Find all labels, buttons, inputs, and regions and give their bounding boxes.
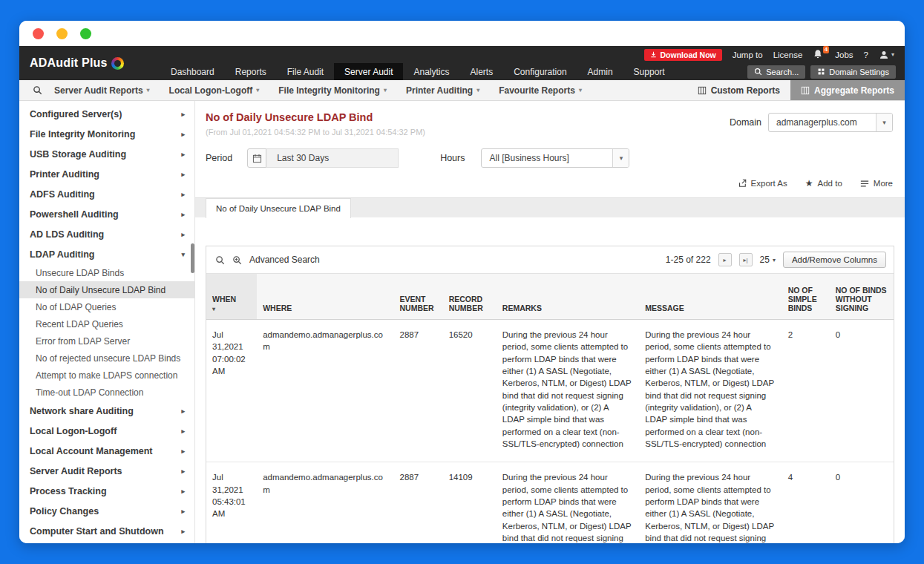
close-button[interactable]: [33, 28, 44, 39]
domain-select[interactable]: admanagerplus.com ▾: [768, 113, 893, 132]
sidebar-item-ldap-auditing[interactable]: LDAP Auditing▾: [19, 244, 194, 264]
domain-row: Domain admanagerplus.com ▾: [730, 113, 893, 132]
nav-item-dashboard[interactable]: Dashboard: [160, 63, 225, 80]
pagination-range: 1-25 of 222: [666, 255, 711, 265]
column-header-message[interactable]: MESSAGE: [639, 274, 782, 320]
sidebar-subitem-time-out-ldap-connection[interactable]: Time-out LDAP Connection: [19, 384, 194, 401]
sidebar-subitem-error-from-ldap-server[interactable]: Error from LDAP Server: [19, 332, 194, 350]
column-header-no-of-simple-binds[interactable]: NO OF SIMPLE BINDS: [782, 274, 830, 320]
sidebar-scrollbar-thumb[interactable]: [191, 243, 194, 273]
subnav-menu-favourite-reports[interactable]: Favourite Reports▾: [499, 85, 582, 96]
sidebar-item-local-account-management[interactable]: Local Account Management▸: [19, 441, 194, 461]
sidebar-item-label: Printer Auditing: [30, 169, 99, 180]
sidebar-item-network-share-auditing[interactable]: Network share Auditing▸: [19, 401, 194, 421]
sidebar-item-printer-auditing[interactable]: Printer Auditing▸: [19, 164, 194, 184]
nav-item-support[interactable]: Support: [623, 63, 675, 80]
advanced-search-link[interactable]: Advanced Search: [249, 255, 320, 265]
calendar-button[interactable]: [247, 148, 266, 168]
subnav-menu-local-logon-logoff[interactable]: Local Logon-Logoff▾: [169, 85, 260, 96]
export-as-button[interactable]: Export As: [738, 179, 787, 188]
sidebar-item-label: AD LDS Auditing: [30, 229, 104, 240]
export-icon: [738, 179, 747, 188]
column-header-record-number[interactable]: RECORD NUMBER: [443, 274, 497, 320]
nav-item-server-audit[interactable]: Server Audit: [334, 63, 403, 80]
more-button[interactable]: More: [860, 179, 893, 188]
sidebar-item-powershell-auditing[interactable]: Powershell Auditing▸: [19, 204, 194, 224]
cell-simple-binds: 4: [782, 462, 830, 543]
help-button[interactable]: ?: [864, 50, 868, 59]
aggregate-reports-button[interactable]: Aggregate Reports: [790, 80, 905, 100]
chevron-right-icon: ▸: [181, 407, 185, 415]
column-header-where[interactable]: WHERE: [257, 274, 393, 320]
domain-settings-label: Domain Settings: [829, 68, 889, 76]
column-header-event-number[interactable]: EVENT NUMBER: [394, 274, 443, 320]
subnav-menu-server-audit-reports[interactable]: Server Audit Reports▾: [54, 85, 150, 96]
column-header-when[interactable]: WHEN▾: [206, 274, 257, 320]
tab-no-of-daily-unsecure-ldap-bind[interactable]: No of Daily Unsecure LDAP Bind: [206, 198, 351, 218]
report-actions: Export As ★ Add to More: [195, 178, 893, 188]
subnav-menu-file-integrity-monitoring[interactable]: File Integrity Monitoring▾: [278, 85, 387, 96]
search-icon[interactable]: [215, 255, 225, 265]
sidebar-item-computer-start-and-shutdown[interactable]: Computer Start and Shutdown▸: [19, 521, 194, 541]
sidebar-item-label: Policy Changes: [30, 506, 99, 517]
download-now-button[interactable]: Download Now: [644, 49, 721, 61]
subnav-search-button[interactable]: [19, 85, 54, 95]
nav-item-admin[interactable]: Admin: [577, 63, 623, 80]
subnav-menu-printer-auditing[interactable]: Printer Auditing▾: [406, 85, 479, 96]
sidebar-subitem-attempt-to-make-ldaps-connection[interactable]: Attempt to make LDAPS connection: [19, 367, 194, 384]
next-page-button[interactable]: ▸: [718, 253, 732, 266]
sidebar-item-ad-lds-auditing[interactable]: AD LDS Auditing▸: [19, 224, 194, 244]
add-remove-columns-button[interactable]: Add/Remove Columns: [783, 252, 886, 268]
period-label: Period: [206, 153, 232, 163]
custom-reports-button[interactable]: Custom Reports: [687, 80, 790, 100]
chevron-down-icon: ▾: [147, 87, 150, 94]
notifications-button[interactable]: 4: [813, 49, 825, 61]
user-menu[interactable]: ▾: [879, 50, 894, 60]
sidebar-item-usb-storage-auditing[interactable]: USB Storage Auditing▸: [19, 144, 194, 164]
sidebar-subitem-no-of-ldap-queries[interactable]: No of LDAP Queries: [19, 298, 194, 315]
license-link[interactable]: License: [773, 50, 803, 59]
hours-select[interactable]: All [Business Hours] ▾: [481, 148, 629, 168]
add-to-label: Add to: [818, 179, 842, 188]
sidebar-subitem-no-of-rejected-unsecure-ldap-binds[interactable]: No of rejected unsecure LDAP Binds: [19, 350, 194, 367]
page-size-select[interactable]: 25 ▾: [760, 255, 776, 265]
sidebar-item-local-logon-logoff[interactable]: Local Logon-Logoff▸: [19, 421, 194, 441]
report-heading-block: No of Daily Unsecure LDAP Bind (From Jul…: [206, 111, 425, 137]
search-button-label: Search...: [766, 68, 799, 76]
column-header-label: NO OF SIMPLE BINDS: [788, 286, 825, 312]
sidebar-item-label: Local Logon-Logoff: [30, 426, 117, 436]
period-input[interactable]: Last 30 Days: [266, 148, 399, 168]
main-nav: DashboardReportsFile AuditServer AuditAn…: [19, 63, 905, 80]
zoom-button[interactable]: [80, 28, 91, 39]
minimize-button[interactable]: [56, 28, 68, 39]
nav-item-file-audit[interactable]: File Audit: [277, 63, 334, 80]
jump-to-link[interactable]: Jump to: [733, 50, 763, 59]
search-button[interactable]: Search...: [747, 65, 805, 79]
sidebar-subitem-recent-ldap-queries[interactable]: Recent LDAP Queries: [19, 315, 194, 332]
sidebar-item-server-audit-reports[interactable]: Server Audit Reports▸: [19, 461, 194, 481]
pagination-controls: 1-25 of 222 ▸ ▸| 25 ▾ Add/Remove Columns: [666, 252, 886, 268]
column-header-no-of-binds-without-signing[interactable]: NO OF BINDS WITHOUT SIGNING: [830, 274, 894, 320]
column-header-remarks[interactable]: REMARKS: [497, 274, 639, 320]
sidebar-item-configured-server-s[interactable]: Configured Server(s)▸: [19, 104, 194, 124]
bell-icon: [813, 49, 823, 59]
nav-item-alerts[interactable]: Alerts: [460, 63, 504, 80]
more-label: More: [874, 179, 893, 188]
table-row[interactable]: Jul 31,2021 05:43:01 AMadmandemo.admanag…: [206, 462, 894, 543]
table-row[interactable]: Jul 31,2021 07:00:02 AMadmandemo.admanag…: [206, 320, 894, 462]
sidebar-item-file-integrity-monitoring[interactable]: File Integrity Monitoring▸: [19, 124, 194, 144]
domain-settings-button[interactable]: Domain Settings: [810, 65, 896, 79]
add-to-button[interactable]: ★ Add to: [805, 178, 842, 188]
sidebar-item-policy-changes[interactable]: Policy Changes▸: [19, 501, 194, 521]
sidebar-subitem-no-of-daily-unsecure-ldap-bind[interactable]: No of Daily Unsecure LDAP Bind: [19, 281, 194, 298]
chevron-down-icon: ▾: [384, 87, 387, 94]
sidebar-subitem-unsecure-ldap-binds[interactable]: Unsecure LDAP Binds: [19, 264, 194, 281]
nav-item-reports[interactable]: Reports: [225, 63, 277, 80]
nav-item-analytics[interactable]: Analytics: [403, 63, 459, 80]
advanced-search-icon[interactable]: [232, 255, 242, 265]
jobs-link[interactable]: Jobs: [835, 50, 853, 59]
last-page-button[interactable]: ▸|: [739, 253, 753, 266]
nav-item-configuration[interactable]: Configuration: [503, 63, 577, 80]
sidebar-item-adfs-auditing[interactable]: ADFS Auditing▸: [19, 184, 194, 204]
sidebar-item-process-tracking[interactable]: Process Tracking▸: [19, 481, 194, 501]
